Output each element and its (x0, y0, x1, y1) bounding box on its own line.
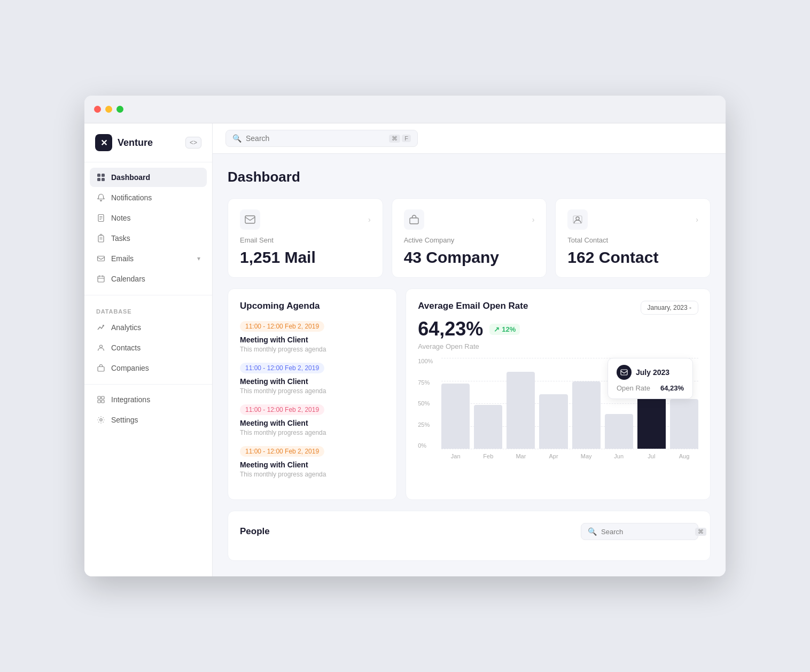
chart-bar[interactable] (605, 414, 633, 449)
y-label-0: 0% (418, 442, 439, 449)
stat-chevron-icon[interactable]: › (368, 215, 371, 224)
tooltip-icon (617, 365, 632, 380)
svg-rect-1 (102, 174, 105, 177)
chart-x-label: Aug (670, 450, 698, 465)
topbar: 🔍 ⌘ F (213, 123, 726, 154)
mail-icon (96, 254, 106, 263)
code-toggle-button[interactable]: <> (185, 137, 201, 149)
notifications-label: Notifications (111, 193, 152, 202)
sidebar-item-companies[interactable]: Companies (90, 358, 207, 378)
chart-bar[interactable] (539, 394, 567, 449)
chart-x-label: Mar (507, 450, 535, 465)
search-kbd1: ⌘ (389, 135, 400, 143)
agenda-card: Upcoming Agenda 11:00 - 12:00 Feb 2, 201… (228, 288, 397, 500)
chart-bar[interactable] (670, 399, 698, 449)
sidebar-item-notifications[interactable]: Notifications (90, 188, 207, 207)
agenda-meeting-3: Meeting with Client (240, 419, 385, 427)
svg-rect-0 (97, 174, 100, 177)
company-stat-value: 43 Company (404, 248, 535, 267)
email-stat-label: Email Sent (240, 236, 371, 244)
sidebar-item-notes[interactable]: Notes (90, 208, 207, 228)
chart-bar[interactable] (507, 372, 535, 449)
main-content: 🔍 ⌘ F Dashboard (213, 123, 726, 576)
sidebar-item-dashboard[interactable]: Dashboard (90, 168, 207, 187)
contacts-label: Contacts (111, 343, 141, 352)
stat-chevron-contact[interactable]: › (696, 215, 698, 224)
chart-badge: ↗ 12% (489, 324, 520, 335)
file-icon (96, 213, 106, 223)
chart-x-label: Feb (474, 450, 502, 465)
tooltip-month: July 2023 (636, 368, 669, 377)
stat-card-contact: › Total Contact 162 Contact (555, 198, 711, 278)
agenda-tag-4: 11:00 - 12:00 Feb 2, 2019 (240, 446, 324, 457)
logo-text: Venture (118, 137, 153, 149)
agenda-meeting-4: Meeting with Client (240, 460, 385, 469)
people-title: People (240, 526, 270, 537)
y-label-100: 100% (418, 358, 439, 364)
svg-rect-11 (98, 256, 105, 261)
emails-label: Emails (111, 254, 134, 263)
chart-tooltip: July 2023 Open Rate 64,23% (608, 358, 693, 399)
chart-x-labels: JanFebMarAprMayJunJulAug (441, 450, 698, 465)
chart-bar[interactable] (474, 405, 502, 449)
minimize-button[interactable] (105, 106, 112, 113)
tooltip-value: 64,23% (660, 384, 684, 392)
stat-chevron-company[interactable]: › (532, 215, 535, 224)
emails-chevron-icon: ▾ (197, 255, 200, 262)
logo-icon: ✕ (95, 134, 112, 151)
agenda-item: 11:00 - 12:00 Feb 2, 2019 Meeting with C… (240, 446, 385, 478)
chart-card: Average Email Open Rate January, 2023 - … (406, 288, 711, 500)
people-search[interactable]: 🔍 ⌘ (581, 523, 698, 540)
search-bar[interactable]: 🔍 ⌘ F (225, 130, 418, 147)
sidebar-item-emails[interactable]: Emails ▾ (90, 249, 207, 268)
chart-bar-group (474, 358, 502, 449)
person-icon (96, 343, 106, 353)
contact-stat-value: 162 Contact (567, 248, 698, 267)
search-input[interactable] (246, 134, 385, 143)
chart-rate-row: 64,23% ↗ 12% (418, 318, 698, 340)
app-body: ✕ Venture <> Dashboard (84, 123, 726, 576)
database-nav: Analytics Contacts (84, 318, 212, 379)
svg-rect-17 (98, 367, 104, 372)
chart-bar[interactable] (572, 381, 601, 449)
svg-rect-18 (98, 396, 100, 399)
sidebar-logo: ✕ Venture <> (84, 134, 212, 162)
maximize-button[interactable] (116, 106, 123, 113)
sidebar-divider (84, 295, 212, 295)
company-stat-icon (404, 209, 424, 230)
sidebar-item-tasks[interactable]: Tasks (90, 229, 207, 248)
contact-stat-icon (567, 209, 588, 230)
sidebar-item-integrations[interactable]: Integrations (90, 390, 207, 409)
svg-rect-23 (245, 216, 255, 223)
close-button[interactable] (94, 106, 101, 113)
bottom-nav: Integrations Settings (84, 390, 212, 431)
chart-badge-value: 12% (502, 325, 516, 333)
stat-card-header: › (240, 209, 371, 230)
sidebar-item-settings[interactable]: Settings (90, 410, 207, 429)
svg-rect-12 (98, 276, 104, 282)
sidebar-item-calendars[interactable]: Calendars (90, 269, 207, 288)
tooltip-row: Open Rate 64,23% (617, 384, 684, 392)
agenda-item: 11:00 - 12:00 Feb 2, 2019 Meeting with C… (240, 404, 385, 436)
settings-label: Settings (111, 416, 138, 424)
sidebar-item-analytics[interactable]: Analytics (90, 318, 207, 337)
agenda-item: 11:00 - 12:00 Feb 2, 2019 Meeting with C… (240, 321, 385, 353)
agenda-desc-3: This monthly progress agenda (240, 429, 385, 436)
agenda-meeting-1: Meeting with Client (240, 335, 385, 344)
chart-bar[interactable] (441, 384, 470, 449)
agenda-item: 11:00 - 12:00 Feb 2, 2019 Meeting with C… (240, 363, 385, 395)
chart-bar-group (507, 358, 535, 449)
sidebar-item-contacts[interactable]: Contacts (90, 338, 207, 357)
agenda-desc-1: This monthly progress agenda (240, 346, 385, 353)
agenda-meeting-2: Meeting with Client (240, 377, 385, 386)
agenda-tag-3: 11:00 - 12:00 Feb 2, 2019 (240, 404, 324, 415)
svg-rect-27 (621, 370, 627, 375)
y-label-50: 50% (418, 400, 439, 407)
people-search-input[interactable] (601, 528, 691, 536)
grid-icon (96, 173, 106, 182)
svg-rect-21 (102, 400, 104, 403)
integrations-label: Integrations (111, 395, 150, 404)
chart-x-label: Jul (637, 450, 666, 465)
chart-date-button[interactable]: January, 2023 - (641, 301, 699, 315)
contact-stat-label: Total Contact (567, 236, 698, 244)
